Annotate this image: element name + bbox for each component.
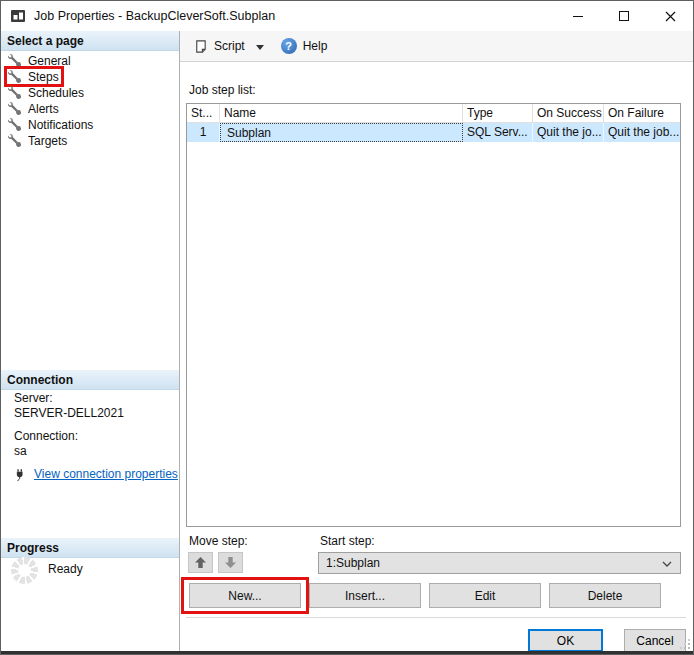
- chevron-down-icon: [256, 45, 264, 50]
- view-connection-properties-link[interactable]: View connection properties: [34, 467, 178, 482]
- sidebar-item-targets[interactable]: Targets: [1, 132, 179, 149]
- server-label: Server:: [14, 391, 178, 406]
- cell-on-failure: Quit the job...: [604, 123, 680, 142]
- sidebar-item-label: Alerts: [28, 102, 59, 116]
- sidebar-item-schedules[interactable]: Schedules: [1, 84, 179, 101]
- wrench-icon: [8, 70, 21, 83]
- cell-on-success: Quit the jo...: [533, 123, 604, 142]
- sidebar-item-label: Schedules: [28, 86, 84, 100]
- wrench-icon: [8, 86, 21, 99]
- cell-type: SQL Serv...: [463, 123, 533, 142]
- steps-page-content: Script ? Help Job step list: St... Name: [180, 31, 693, 654]
- script-icon: [193, 39, 208, 54]
- connection-value: sa: [14, 444, 178, 459]
- column-header-type[interactable]: Type: [463, 104, 533, 122]
- move-step-label: Move step:: [189, 534, 248, 548]
- job-properties-dialog: Job Properties - BackupCleverSoft.Subpla…: [0, 0, 694, 655]
- connection-header: Connection: [1, 370, 179, 390]
- start-step-label: Start step:: [320, 534, 375, 548]
- arrow-down-icon: [225, 557, 236, 568]
- sidebar-item-label: Notifications: [28, 118, 93, 132]
- cell-step-id: 1: [187, 123, 220, 142]
- table-header-row: St... Name Type On Success On Failure: [187, 104, 680, 123]
- column-header-name[interactable]: Name: [220, 104, 463, 122]
- script-button[interactable]: Script: [188, 36, 250, 57]
- sidebar-item-alerts[interactable]: Alerts: [1, 100, 179, 117]
- dialog-footer: OK Cancel: [186, 617, 686, 651]
- sidebar-item-label: General: [28, 54, 71, 68]
- move-step-up-button[interactable]: [188, 552, 213, 573]
- help-icon: ?: [281, 38, 297, 54]
- plug-icon: [14, 468, 27, 482]
- properties-window-icon: [10, 8, 26, 24]
- progress-header: Progress: [1, 538, 179, 558]
- wrench-icon: [8, 134, 21, 147]
- help-button[interactable]: ? Help: [276, 35, 333, 57]
- script-dropdown-button[interactable]: [250, 36, 270, 56]
- sidebar-item-label: Targets: [28, 134, 67, 148]
- column-header-on-failure[interactable]: On Failure: [604, 104, 680, 122]
- table-row[interactable]: 1 Subplan SQL Serv... Quit the jo... Qui…: [187, 123, 680, 142]
- maximize-button[interactable]: [601, 1, 647, 31]
- resize-grip[interactable]: [678, 637, 691, 650]
- progress-status: Ready: [48, 562, 83, 576]
- script-label: Script: [214, 39, 245, 53]
- edit-button[interactable]: Edit: [429, 583, 541, 608]
- cell-name: Subplan: [220, 123, 463, 142]
- progress-spinner-icon: [11, 557, 38, 584]
- job-step-list-table: St... Name Type On Success On Failure 1 …: [186, 103, 681, 527]
- wrench-icon: [8, 102, 21, 115]
- connection-info: Server: SERVER-DELL2021 Connection: sa V…: [14, 391, 178, 482]
- sidebar-item-general[interactable]: General: [1, 52, 179, 69]
- help-label: Help: [303, 39, 328, 53]
- job-step-list-label: Job step list:: [189, 83, 256, 97]
- window-controls: [555, 1, 693, 31]
- wrench-icon: [8, 118, 21, 131]
- wrench-icon: [8, 54, 21, 67]
- connection-label: Connection:: [14, 429, 178, 444]
- move-step-down-button[interactable]: [218, 552, 243, 573]
- close-button[interactable]: [647, 1, 693, 31]
- column-header-step-id[interactable]: St...: [187, 104, 220, 122]
- sidebar-item-steps[interactable]: Steps: [1, 68, 179, 85]
- start-step-value: 1:Subplan: [326, 556, 380, 570]
- arrow-up-icon: [195, 557, 206, 568]
- minimize-button[interactable]: [555, 1, 601, 31]
- select-a-page-panel: Select a page General Steps Schedules Al…: [1, 31, 180, 654]
- ok-button[interactable]: OK: [528, 629, 603, 652]
- sidebar-item-label: Steps: [28, 70, 59, 84]
- sidebar-item-notifications[interactable]: Notifications: [1, 116, 179, 133]
- start-step-select[interactable]: 1:Subplan: [318, 552, 681, 574]
- chevron-down-icon: [662, 561, 672, 567]
- titlebar[interactable]: Job Properties - BackupCleverSoft.Subpla…: [1, 1, 693, 31]
- cancel-button[interactable]: Cancel: [624, 629, 686, 652]
- insert-button[interactable]: Insert...: [309, 583, 421, 608]
- window-bottom-edge: [1, 651, 693, 654]
- minimize-icon: [573, 16, 583, 17]
- window-title: Job Properties - BackupCleverSoft.Subpla…: [34, 9, 555, 23]
- select-a-page-header: Select a page: [1, 31, 179, 51]
- maximize-icon: [619, 11, 629, 21]
- server-value: SERVER-DELL2021: [14, 406, 178, 421]
- delete-button[interactable]: Delete: [549, 583, 661, 608]
- dialog-toolbar: Script ? Help: [180, 31, 693, 62]
- new-button[interactable]: New...: [189, 583, 301, 608]
- close-icon: [665, 11, 676, 22]
- column-header-on-success[interactable]: On Success: [533, 104, 604, 122]
